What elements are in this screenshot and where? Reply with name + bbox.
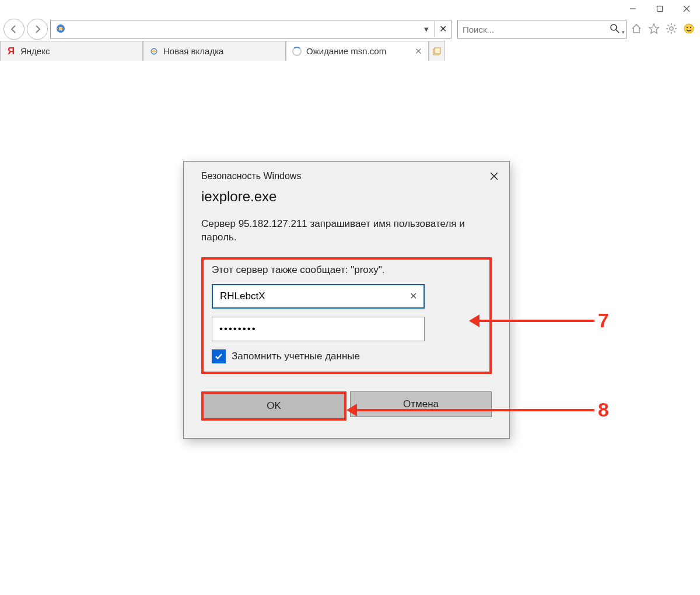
svg-line-8 [616, 30, 619, 33]
remember-label: Запомнить учетные данные [232, 351, 360, 362]
ok-button-label: OK [267, 400, 281, 412]
tab-label: Яндекс [20, 46, 50, 56]
address-dropdown-icon[interactable]: ▾ [419, 24, 434, 34]
new-tab-button[interactable] [429, 41, 445, 61]
dialog-titlebar: Безопасность Windows [184, 162, 509, 185]
tab-label: Новая вкладка [163, 46, 223, 56]
yandex-favicon-icon: Я [6, 46, 16, 57]
tab-strip: Я Яндекс Новая вкладка Ожидание msn.com … [0, 41, 700, 61]
smiley-icon[interactable] [681, 23, 696, 36]
svg-point-22 [151, 50, 156, 52]
tab-label: Ожидание msn.com [306, 46, 386, 56]
window-maximize-button[interactable] [646, 0, 673, 18]
settings-gear-icon[interactable] [664, 23, 679, 36]
dialog-realm: Этот сервер также сообщает: "proxy". [212, 264, 481, 276]
favorites-icon[interactable] [646, 23, 662, 36]
svg-line-16 [674, 24, 675, 26]
address-bar[interactable]: ▾ ✕ [50, 20, 452, 38]
username-field-wrapper: ✕ [212, 284, 425, 309]
window-minimize-button[interactable] [620, 0, 646, 18]
tab-msn-loading[interactable]: Ожидание msn.com ✕ [286, 41, 429, 61]
remember-checkbox[interactable] [212, 349, 226, 363]
svg-point-18 [684, 24, 694, 33]
url-input[interactable] [71, 20, 419, 38]
forward-button[interactable] [27, 19, 48, 40]
loading-spinner-icon [292, 47, 302, 56]
svg-point-19 [687, 26, 688, 27]
svg-point-7 [611, 24, 617, 30]
address-bar-row: ▾ ✕ ▾ [0, 18, 700, 41]
tab-yandex[interactable]: Я Яндекс [0, 41, 143, 61]
windows-security-dialog: Безопасность Windows iexplore.exe Сервер… [183, 161, 510, 439]
svg-line-17 [668, 31, 669, 32]
credentials-block: Этот сервер также сообщает: "proxy". ✕ З… [201, 257, 492, 374]
password-input[interactable] [212, 317, 424, 341]
dialog-body: Сервер 95.182.127.211 запрашивает имя по… [184, 205, 509, 391]
browser-window: ▾ ✕ ▾ Я Яндекс [0, 0, 700, 595]
search-button[interactable]: ▾ [604, 23, 626, 36]
window-close-button[interactable] [673, 0, 700, 18]
svg-rect-1 [657, 6, 663, 12]
svg-line-15 [674, 31, 675, 32]
search-box[interactable]: ▾ [457, 20, 626, 38]
ie-favicon-icon [149, 47, 159, 56]
back-button[interactable] [4, 19, 24, 40]
home-icon[interactable] [629, 23, 644, 36]
dialog-subtitle: iexplore.exe [184, 185, 509, 205]
dialog-message: Сервер 95.182.127.211 запрашивает имя по… [201, 218, 492, 244]
remember-credentials-row[interactable]: Запомнить учетные данные [212, 349, 481, 363]
search-input[interactable] [458, 21, 604, 37]
dialog-button-row: OK Отмена [184, 391, 509, 438]
username-input[interactable] [213, 285, 402, 307]
cancel-button-label: Отмена [403, 398, 439, 410]
dialog-close-button[interactable] [484, 167, 505, 185]
svg-point-9 [670, 27, 673, 30]
window-titlebar [0, 0, 700, 18]
svg-rect-24 [435, 48, 440, 54]
ie-page-icon [51, 23, 71, 36]
password-field-wrapper [212, 317, 425, 341]
svg-point-20 [690, 26, 691, 27]
svg-line-14 [668, 24, 669, 26]
dialog-title: Безопасность Windows [201, 171, 301, 181]
tab-close-button[interactable]: ✕ [415, 46, 422, 57]
cancel-button[interactable]: Отмена [350, 391, 492, 417]
ok-button[interactable]: OK [201, 391, 346, 421]
stop-reload-button[interactable]: ✕ [434, 21, 451, 37]
tab-new[interactable]: Новая вкладка [143, 41, 286, 61]
clear-username-icon[interactable]: ✕ [402, 290, 424, 302]
